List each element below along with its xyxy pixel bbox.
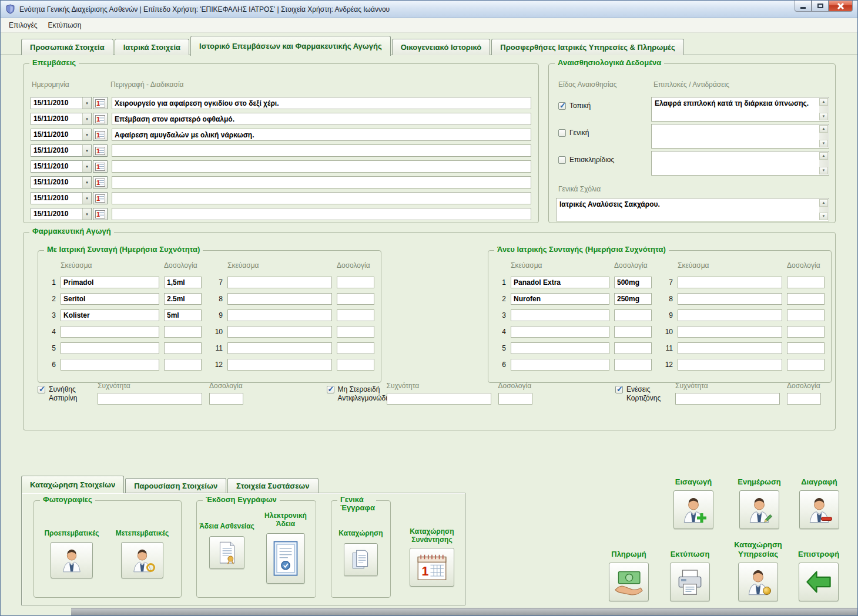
surgery-date-combobox[interactable]: 15/11/2010 ▾ [31, 97, 92, 109]
extra-medication-checkbox[interactable]: Συνήθης Ασπιρίνη [38, 385, 91, 405]
dose-input[interactable] [164, 277, 202, 288]
drug-input[interactable] [61, 293, 159, 305]
anesthesia-type-checkbox[interactable]: Γενική [558, 124, 651, 149]
update-button[interactable] [739, 490, 779, 529]
service-register-button[interactable] [738, 563, 778, 601]
dose-input[interactable] [164, 309, 202, 321]
delete-button[interactable] [799, 490, 839, 529]
drug-input[interactable] [678, 342, 782, 354]
surgery-description-input[interactable] [112, 129, 531, 141]
surgery-description-input[interactable] [112, 160, 531, 173]
drug-input[interactable] [61, 342, 159, 354]
extra-medication-checkbox[interactable]: Ενέσεις Κορτιζόνης [615, 385, 668, 405]
close-button[interactable] [829, 1, 853, 12]
dose-input[interactable] [787, 342, 825, 354]
scroll-down-icon[interactable]: ▼ [819, 140, 828, 147]
main-tab[interactable]: Ιστορικό Επεμβάσεων και Φαρμακευτικής Αγ… [190, 36, 391, 56]
dose-input[interactable] [787, 359, 825, 371]
main-tab[interactable]: Ιατρικά Στοιχεία [115, 39, 189, 55]
drug-input[interactable] [678, 277, 782, 288]
extra-medication-checkbox[interactable]: Μη Στεροειδή Αντιφλεγμονώδη [327, 385, 380, 405]
drug-input[interactable] [511, 342, 609, 354]
general-docs-register-button[interactable] [344, 543, 378, 576]
surgery-description-input[interactable] [112, 208, 531, 220]
surgery-date-combobox[interactable]: 15/11/2010 ▾ [31, 176, 92, 188]
date-picker-button[interactable]: 1 [93, 176, 108, 188]
drug-input[interactable] [678, 309, 782, 321]
return-button[interactable] [799, 563, 839, 601]
drug-input[interactable] [511, 326, 609, 338]
maximize-button[interactable] [812, 1, 829, 12]
print-button[interactable] [670, 563, 710, 601]
drug-input[interactable] [227, 359, 332, 371]
scroll-up-icon[interactable]: ▲ [819, 125, 828, 133]
main-tab[interactable]: Οικογενειακό Ιστορικό [392, 39, 491, 55]
date-picker-button[interactable]: 1 [93, 97, 108, 109]
scroll-up-icon[interactable]: ▲ [819, 98, 828, 106]
date-picker-button[interactable]: 1 [93, 129, 108, 141]
surgery-description-input[interactable] [112, 97, 531, 109]
dose-input[interactable] [614, 293, 652, 305]
drug-input[interactable] [511, 293, 609, 305]
date-picker-button[interactable]: 1 [93, 208, 108, 220]
drug-input[interactable] [227, 342, 332, 354]
dose-input[interactable] [337, 359, 374, 371]
complications-textarea[interactable]: ▲ ▼ [651, 124, 829, 149]
drug-input[interactable] [61, 309, 159, 321]
scrollbar[interactable]: ▲ ▼ [819, 125, 828, 147]
dose-input[interactable] [614, 359, 652, 371]
frequency-input[interactable] [675, 393, 780, 405]
entry-tab[interactable]: Καταχώρηση Στοιχείων [21, 476, 124, 493]
dose-input[interactable] [498, 393, 532, 405]
drug-input[interactable] [678, 293, 782, 305]
drug-input[interactable] [678, 359, 782, 371]
payment-button[interactable] [609, 563, 649, 601]
frequency-input[interactable] [387, 393, 491, 405]
dose-input[interactable] [337, 277, 374, 288]
drug-input[interactable] [61, 359, 159, 371]
dose-input[interactable] [337, 293, 374, 305]
dose-input[interactable] [614, 309, 652, 321]
surgery-date-combobox[interactable]: 15/11/2010 ▾ [31, 113, 92, 125]
surgery-date-combobox[interactable]: 15/11/2010 ▾ [31, 160, 92, 173]
scroll-up-icon[interactable]: ▲ [819, 152, 828, 160]
dose-input[interactable] [337, 342, 374, 354]
drug-input[interactable] [511, 277, 609, 288]
dose-input[interactable] [164, 342, 202, 354]
menu-options[interactable]: Επιλογές [4, 19, 43, 32]
dose-input[interactable] [164, 326, 202, 338]
date-picker-button[interactable]: 1 [93, 144, 108, 157]
main-tab[interactable]: Προσωπικά Στοιχεία [21, 39, 113, 55]
scroll-down-icon[interactable]: ▼ [819, 167, 828, 174]
date-picker-button[interactable]: 1 [93, 192, 108, 204]
scrollbar[interactable]: ▲ ▼ [819, 199, 828, 220]
menu-print[interactable]: Εκτύπωση [43, 19, 87, 32]
drug-input[interactable] [227, 293, 332, 305]
drug-input[interactable] [678, 326, 782, 338]
dose-input[interactable] [614, 326, 652, 338]
anesthesia-type-checkbox[interactable]: Επισκληρίδιος [558, 151, 651, 176]
drug-input[interactable] [61, 326, 159, 338]
surgery-date-combobox[interactable]: 15/11/2010 ▾ [31, 208, 92, 220]
dose-input[interactable] [209, 393, 243, 405]
preop-photos-button[interactable] [51, 542, 93, 578]
meeting-register-button[interactable] [410, 548, 454, 587]
postop-photos-button[interactable] [121, 542, 163, 578]
scrollbar[interactable]: ▲ ▼ [819, 152, 828, 174]
general-comments-textarea[interactable]: Ιατρικές Αναλύσεις Σακχάρου. ▲ ▼ [556, 198, 829, 221]
frequency-input[interactable] [98, 393, 202, 405]
drug-input[interactable] [511, 309, 609, 321]
entry-tab[interactable]: Παρουσίαση Στοιχείων [125, 478, 226, 493]
electronic-leave-button[interactable] [266, 533, 305, 584]
dose-input[interactable] [787, 326, 825, 338]
dose-input[interactable] [614, 342, 652, 354]
surgery-date-combobox[interactable]: 15/11/2010 ▾ [31, 129, 92, 141]
drug-input[interactable] [511, 359, 609, 371]
dose-input[interactable] [337, 309, 374, 321]
surgery-description-input[interactable] [112, 192, 531, 204]
date-picker-button[interactable]: 1 [93, 160, 108, 173]
dose-input[interactable] [614, 277, 652, 288]
scrollbar[interactable]: ▲ ▼ [819, 98, 828, 120]
date-picker-button[interactable]: 1 [93, 113, 108, 125]
dose-input[interactable] [164, 359, 202, 371]
